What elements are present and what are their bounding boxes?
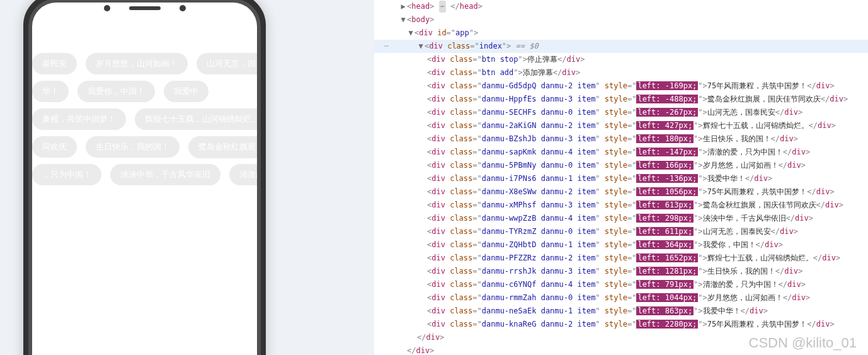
dom-node-app[interactable]: ▼<div id="app"> <box>374 26 868 40</box>
dom-node-danmu-item[interactable]: <div class="danmu-Gd5dpQ danmu-2 item" s… <box>374 79 868 93</box>
danmu-pill: 我爱中 <box>164 81 208 102</box>
dom-node-danmu-item[interactable]: <div class="danmu-X8eSWw danmu-2 item" s… <box>374 185 868 199</box>
danmu-pill: 华！ <box>32 81 69 102</box>
dom-node-danmu-item[interactable]: <div class="danmu-BZshJb danmu-3 item" s… <box>374 132 868 146</box>
dom-node-danmu-item[interactable]: <div class="danmu-wwpZzB danmu-4 item" s… <box>374 212 868 225</box>
dom-node-danmu-item[interactable]: <div class="danmu-rrshJk danmu-3 item" s… <box>374 265 868 278</box>
danmu-row: 泰民安岁月悠悠，山河如画！山河无恙，国泰民安 <box>32 53 257 81</box>
danmu-pill: 辉煌七十五载，山河锦绣灿烂。 <box>135 108 257 130</box>
dom-node-btn-stop[interactable]: <div class="btn stop">停止弹幕</div> <box>374 53 868 66</box>
danmu-pill: 岁月悠悠，山河如画！ <box>86 53 188 74</box>
danmu-pill: 泱泱中华，千古风华依旧 <box>110 164 220 185</box>
sensor-icon <box>180 5 186 11</box>
danmu-pill: 鹭岛金秋红旗展， <box>188 136 257 158</box>
dom-node-danmu-item[interactable]: <div class="danmu-sapKmk danmu-4 item" s… <box>374 146 868 159</box>
danmu-pill: ，只为中国！ <box>32 164 101 185</box>
dom-node-danmu-item[interactable]: <div class="danmu-2aKiGN danmu-2 item" s… <box>374 119 868 132</box>
dom-node-danmu-item[interactable]: <div class="danmu-knaReG danmu-2 item" s… <box>374 318 868 331</box>
dom-node-danmu-item[interactable]: <div class="danmu-rmmZah danmu-0 item" s… <box>374 291 868 305</box>
dom-node-danmu-item[interactable]: <div class="danmu-HppfEs danmu-3 item" s… <box>374 93 868 106</box>
devtools-elements-panel[interactable]: ▶<head> ⋯ </head> ▼<body> ▼<div id="app"… <box>374 0 868 355</box>
danmu-pill: 同欢庆 <box>32 136 77 158</box>
phone-frame: 泰民安岁月悠悠，山河如画！山河无恙，国泰民安华！我爱你，中国！我爱中兼程，共筑中… <box>23 0 266 355</box>
collapsed-icon[interactable]: ⋯ <box>439 1 446 13</box>
phone-inner: 泰民安岁月悠悠，山河如画！山河无恙，国泰民安华！我爱你，中国！我爱中兼程，共筑中… <box>28 0 261 355</box>
dom-node-body[interactable]: ▼<body> <box>374 13 868 26</box>
danmu-pill: 兼程，共筑中国梦！ <box>32 108 126 130</box>
watermark: CSDN @kilito_01 <box>749 335 857 351</box>
dom-node-danmu-item[interactable]: <div class="danmu-c6YNQf danmu-4 item" s… <box>374 278 868 291</box>
danmu-row: 华！我爱你，中国！我爱中 <box>32 81 257 108</box>
danmu-container: 泰民安岁月悠悠，山河如画！山河无恙，国泰民安华！我爱你，中国！我爱中兼程，共筑中… <box>32 53 257 355</box>
dom-node-danmu-item[interactable]: <div class="danmu-TYRzmZ danmu-0 item" s… <box>374 225 868 238</box>
phone-screen: 泰民安岁月悠悠，山河如画！山河无恙，国泰民安华！我爱你，中国！我爱中兼程，共筑中… <box>32 3 257 355</box>
danmu-row: 兼程，共筑中国梦！辉煌七十五载，山河锦绣灿烂。 <box>32 108 257 136</box>
phone-notch <box>104 5 186 11</box>
camera-icon <box>104 5 110 11</box>
danmu-row: ，只为中国！泱泱中华，千古风华依旧清澈的爱 <box>32 164 257 192</box>
danmu-row: 同欢庆生日快乐，我的国！鹭岛金秋红旗展， <box>32 136 257 164</box>
dom-node-danmu-item[interactable]: <div class="danmu-PFZZRz danmu-2 item" s… <box>374 252 868 265</box>
gutter-dots-icon[interactable]: ⋯ <box>384 42 389 50</box>
dom-node-danmu-item[interactable]: <div class="danmu-ZQHbtD danmu-1 item" s… <box>374 238 868 252</box>
dom-node-danmu-item[interactable]: <div class="danmu-xMPhsf danmu-3 item" s… <box>374 199 868 212</box>
speaker-icon <box>129 6 161 10</box>
danmu-pill: 山河无恙，国泰民安 <box>197 53 257 74</box>
dom-node-index[interactable]: ▼<div class="index"> == $0 <box>374 40 868 53</box>
dom-node-danmu-item[interactable]: <div class="danmu-neSaEk danmu-1 item" s… <box>374 305 868 318</box>
danmu-pill: 泰民安 <box>32 53 77 74</box>
dom-node-btn-add[interactable]: <div class="btn add">添加弹幕</div> <box>374 66 868 79</box>
danmu-pill: 我爱你，中国！ <box>77 81 155 102</box>
dom-node-danmu-item[interactable]: <div class="danmu-SECHFs danmu-0 item" s… <box>374 106 868 119</box>
dom-node-danmu-item[interactable]: <div class="danmu-i7PNs6 danmu-1 item" s… <box>374 172 868 185</box>
danmu-pill: 清澈的爱 <box>229 164 257 185</box>
dom-node-danmu-item[interactable]: <div class="danmu-5PBmNy danmu-0 item" s… <box>374 159 868 172</box>
dom-node-head[interactable]: ▶<head> ⋯ </head> <box>374 0 868 13</box>
danmu-pill: 生日快乐，我的国！ <box>86 136 180 158</box>
